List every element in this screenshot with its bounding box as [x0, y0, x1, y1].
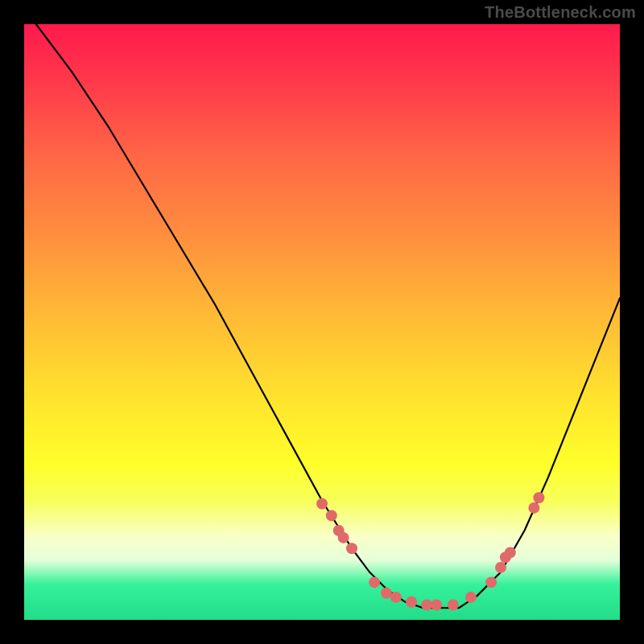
marker-dot: [485, 576, 497, 588]
marker-dot: [533, 492, 544, 503]
marker-dot: [338, 532, 349, 543]
marker-dot: [431, 600, 442, 611]
marker-dot: [326, 510, 337, 522]
marker-dot: [406, 597, 417, 608]
chart-frame: TheBottleneck.com: [0, 0, 644, 644]
marker-dot: [381, 588, 392, 599]
marker-dot: [505, 547, 516, 558]
bottleneck-curve: [36, 24, 620, 608]
marker-dot: [390, 592, 402, 603]
marker-dot: [495, 562, 506, 573]
chart-svg: [24, 24, 620, 620]
marker-dot: [465, 592, 477, 603]
marker-dot: [369, 576, 380, 588]
marker-group: [316, 492, 544, 610]
marker-dot: [346, 543, 357, 554]
marker-dot: [316, 498, 328, 510]
marker-dot: [528, 502, 539, 514]
marker-dot: [448, 600, 459, 611]
watermark-text: TheBottleneck.com: [485, 3, 636, 22]
